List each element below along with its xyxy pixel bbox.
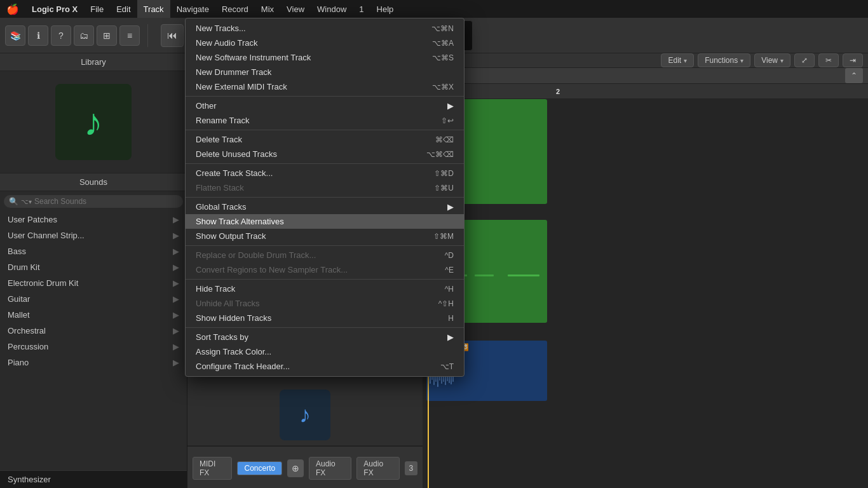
menu-navigate[interactable]: Navigate [170,0,215,18]
track-dropdown-menu: New Tracks... ⌥⌘N New Audio Track ⌥⌘A Ne… [185,18,465,377]
library-icon[interactable]: 📚 [5,25,25,46]
library-header: Library [0,53,187,71]
dropdown-show-track-alternatives-label: Show Track Alternatives [196,217,441,226]
sounds-item-mallet[interactable]: Mallet ▶ [0,307,187,323]
sounds-item-guitar[interactable]: Guitar ▶ [0,291,187,307]
dropdown-convert-regions-label: Convert Regions to New Sampler Track... [196,265,432,274]
search-filter-icon[interactable]: ⌥▾ [21,198,32,205]
dropdown-sort-tracks-by[interactable]: Sort Tracks by ▶ [186,330,464,344]
dropdown-delete-track[interactable]: Delete Track ⌘⌫ [186,132,464,147]
dropdown-unhide-all-tracks-shortcut: ^⇧H [438,299,454,308]
dropdown-convert-regions: Convert Regions to New Sampler Track... … [186,262,464,277]
menu-1[interactable]: 1 [353,0,370,18]
separator-6 [186,279,464,280]
dropdown-rename-track[interactable]: Rename Track ⇧↩ [186,113,464,128]
trim-button[interactable]: ⇥ [843,53,863,67]
zoom-scissors-button[interactable]: ✂ [818,53,839,67]
dropdown-global-tracks[interactable]: Global Tracks ▶ [186,200,464,214]
sounds-item-piano[interactable]: Piano ▶ [0,355,187,370]
dropdown-show-output-track-label: Show Output Track [196,231,421,241]
search-input[interactable] [34,197,178,206]
library-panel: Library ♪ Sounds 🔍 ⌥▾ User Patches ▶ Use… [0,53,187,488]
sounds-item-guitar-label: Guitar [8,294,30,304]
sounds-item-percussion-label: Percussion [8,342,48,351]
dropdown-show-hidden-tracks[interactable]: Show Hidden Tracks H [186,311,464,325]
functions-menu-button[interactable]: Functions ▾ [698,53,750,67]
dropdown-show-track-alternatives[interactable]: Show Track Alternatives [186,214,464,229]
sounds-item-user-patches-label: User Patches [8,215,57,224]
search-bar[interactable]: 🔍 ⌥▾ [4,195,183,208]
plugin-link-button[interactable]: ⊕ [287,459,304,477]
sounds-list: User Patches ▶ User Channel Strip... ▶ B… [0,212,187,470]
synth-stab-2-music-note-icon: ♪ [299,402,311,428]
separator-4 [186,197,464,198]
sounds-item-bass-arrow-icon: ▶ [173,247,179,256]
smart-controls-icon[interactable]: ⊞ [97,25,117,46]
dropdown-replace-double-drum: Replace or Double Drum Track... ^D [186,248,464,262]
app-name-menu[interactable]: Logic Pro X [25,0,84,18]
dropdown-show-output-track[interactable]: Show Output Track ⇧⌘M [186,229,464,243]
sounds-item-user-channel-strip[interactable]: User Channel Strip... ▶ [0,227,187,243]
sounds-item-electronic-drum-kit[interactable]: Electronic Drum Kit ▶ [0,275,187,291]
dropdown-new-software-instrument[interactable]: New Software Instrument Track ⌥⌘S [186,50,464,65]
dropdown-new-audio-track-shortcut: ⌥⌘A [432,39,454,48]
audio-fx-2-slot[interactable]: Audio FX [356,457,399,480]
functions-menu-chevron-icon: ▾ [740,57,743,64]
separator-7 [186,327,464,328]
menu-file[interactable]: File [84,0,110,18]
sounds-item-orchestral[interactable]: Orchestral ▶ [0,323,187,339]
sounds-item-user-patches[interactable]: User Patches ▶ [0,212,187,227]
sounds-item-drum-kit[interactable]: Drum Kit ▶ [0,259,187,275]
dropdown-configure-track-header[interactable]: Configure Track Header... ⌥T [186,359,464,374]
view-menu-button[interactable]: View ▾ [754,53,790,67]
menu-edit[interactable]: Edit [110,0,137,18]
dropdown-replace-double-drum-shortcut: ^D [445,251,454,260]
menu-mix[interactable]: Mix [255,0,280,18]
dropdown-sort-tracks-arrow: ▶ [447,332,454,342]
sounds-item-orchestral-label: Orchestral [8,326,46,336]
dropdown-new-external-midi[interactable]: New External MIDI Track ⌥⌘X [186,79,464,94]
synthesizer-footer: Synthesizer [0,470,187,488]
menu-track[interactable]: Track [137,0,170,18]
expand-tracks-button[interactable]: ⌃ [845,68,863,83]
concerto-slot[interactable]: Concerto [237,461,282,475]
dropdown-rename-track-shortcut: ⇧↩ [441,116,454,125]
dropdown-flatten-stack-shortcut: ⇧⌘U [434,184,454,193]
rewind-to-start-button[interactable]: ⏮ [161,24,184,47]
dropdown-delete-track-shortcut: ⌘⌫ [435,135,454,144]
menu-help[interactable]: Help [370,0,400,18]
dropdown-new-tracks[interactable]: New Tracks... ⌥⌘N [186,21,464,36]
sounds-item-percussion[interactable]: Percussion ▶ [0,339,187,355]
sounds-header: Sounds [0,173,187,191]
dropdown-global-tracks-label: Global Tracks [196,202,447,212]
zoom-fit-button[interactable]: ⤢ [794,53,815,67]
sounds-item-percussion-arrow-icon: ▶ [173,342,179,351]
dropdown-hide-track[interactable]: Hide Track ^H [186,281,464,296]
dropdown-rename-track-label: Rename Track [196,116,428,125]
dropdown-new-audio-track[interactable]: New Audio Track ⌥⌘A [186,36,464,50]
dropdown-other[interactable]: Other ▶ [186,98,464,113]
menu-record[interactable]: Record [215,0,255,18]
help-icon[interactable]: ? [51,25,71,46]
menu-view[interactable]: View [280,0,311,18]
info-icon[interactable]: ℹ [28,25,48,46]
apple-logo-icon[interactable]: 🍎 [0,3,25,15]
browser-icon[interactable]: 🗂 [74,25,94,46]
toolbar-separator-1 [147,24,148,47]
dropdown-hide-track-shortcut: ^H [445,285,454,294]
sounds-item-user-patches-arrow-icon: ▶ [173,215,179,224]
dropdown-hide-track-label: Hide Track [196,284,432,294]
synthesizer-footer-label: Synthesizer [8,475,51,484]
edit-menu-button[interactable]: Edit ▾ [661,53,694,67]
sounds-item-bass[interactable]: Bass ▶ [0,243,187,259]
menu-window[interactable]: Window [311,0,353,18]
dropdown-delete-unused-tracks[interactable]: Delete Unused Tracks ⌥⌘⌫ [186,147,464,161]
dropdown-create-track-stack[interactable]: Create Track Stack... ⇧⌘D [186,166,464,180]
dropdown-assign-track-color[interactable]: Assign Track Color... [186,344,464,359]
dropdown-new-drummer-track[interactable]: New Drummer Track [186,65,464,79]
dropdown-other-arrow: ▶ [447,101,454,111]
midi-fx-slot[interactable]: MIDI FX [193,457,232,480]
dropdown-unhide-all-tracks-label: Unhide All Tracks [196,299,426,308]
audio-fx-1-slot[interactable]: Audio FX [309,457,351,480]
mixer-icon[interactable]: ≡ [119,25,140,46]
